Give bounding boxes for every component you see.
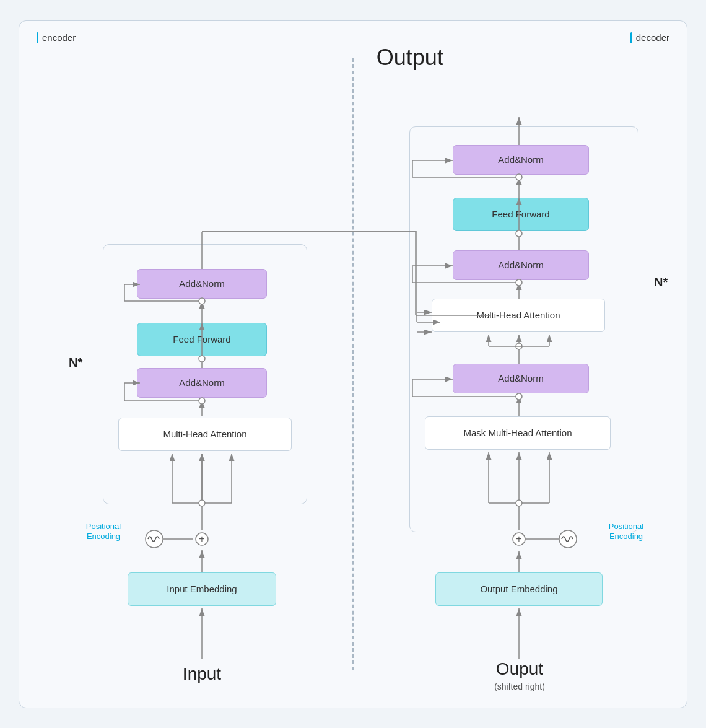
decoder-output-label: Ouput [464, 659, 575, 679]
decoder-output-embedding: Output Embedding [435, 572, 603, 606]
svg-point-44 [559, 530, 577, 548]
encoder-input-label: Input [155, 664, 248, 684]
encoder-add-norm-2: Add&Norm [137, 368, 267, 398]
main-container: encoder decoder Output Multi-Head Attent… [19, 20, 687, 708]
encoder-positional-label: Positional Encoding [79, 522, 128, 543]
decoder-n-label: N* [654, 275, 668, 289]
encoder-n-label: N* [69, 356, 82, 370]
decoder-positional-label: Positional Encoding [601, 522, 651, 543]
encoder-add-norm-1: Add&Norm [137, 269, 267, 299]
output-title: Output [377, 45, 443, 71]
decoder-label: decoder [630, 32, 669, 43]
encoder-feed-forward: Feed Forward [137, 323, 267, 356]
center-divider [352, 58, 354, 670]
encoder-multi-head-box: Multi-Head Attention [118, 418, 292, 451]
svg-point-6 [146, 530, 163, 548]
svg-point-4 [196, 533, 208, 545]
decoder-feed-forward: Feed Forward [453, 198, 589, 231]
decoder-output-sublabel: (shifted right) [464, 682, 575, 691]
decoder-multi-head-box: Multi-Head Attention [432, 299, 605, 332]
decoder-mask-multi-head-box: Mask Multi-Head Attention [425, 416, 611, 450]
encoder-input-embedding: Input Embedding [128, 572, 276, 606]
encoder-label: encoder [37, 32, 76, 43]
svg-point-42 [513, 533, 525, 545]
decoder-add-norm-top: Add&Norm [453, 145, 589, 175]
svg-text:+: + [516, 533, 521, 544]
svg-text:+: + [199, 533, 204, 544]
decoder-add-norm-bot: Add&Norm [453, 364, 589, 393]
decoder-add-norm-mid: Add&Norm [453, 250, 589, 280]
